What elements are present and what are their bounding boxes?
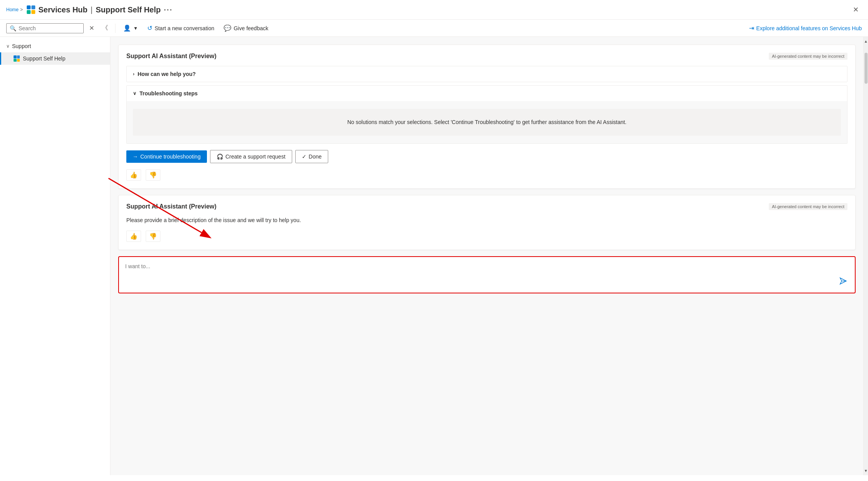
content-wrapper: Support AI Assistant (Preview) AI-genera… [110, 37, 868, 475]
no-solutions-message: No solutions match your selections. Sele… [133, 109, 841, 136]
checkmark-icon: ✓ [302, 153, 307, 160]
create-support-request-button[interactable]: 🎧 Create a support request [210, 150, 292, 163]
send-button[interactable] [838, 276, 849, 286]
accordion-collapsed-icon: › [133, 71, 134, 77]
scroll-thumb[interactable] [865, 53, 868, 84]
done-label: Done [309, 153, 322, 160]
app-name: Services Hub [38, 5, 88, 14]
thumbs-up-button-1[interactable]: 👍 [126, 169, 141, 181]
clear-search-button[interactable]: ✕ [87, 24, 96, 33]
scroll-up-button[interactable]: ▲ [864, 38, 868, 45]
new-conversation-button[interactable]: ↺ Start a new conversation [144, 23, 217, 33]
breadcrumb-separator: > [20, 7, 23, 12]
card-2-ai-badge: AI-generated content may be incorrect [769, 203, 847, 210]
feedback-icon: 💬 [224, 24, 231, 32]
card-2-title: Support AI Assistant (Preview) [126, 203, 217, 210]
support-self-help-icon [14, 55, 20, 62]
sidebar-item-label: Support Self Help [23, 55, 65, 62]
close-button[interactable]: ✕ [850, 4, 862, 16]
card-2-feedback: 👍 👎 [126, 231, 847, 242]
toolbar: 🔍 ✕ 《 👤 ▼ ↺ Start a new conversation 💬 G… [0, 20, 868, 37]
message-input[interactable] [125, 263, 835, 286]
input-area [125, 263, 849, 286]
card-1-ai-badge: AI-generated content may be incorrect [769, 53, 847, 60]
breadcrumb: Home > [6, 7, 23, 12]
troubleshooting-label: Troubleshooting steps [140, 90, 198, 97]
scroll-down-button[interactable]: ▼ [864, 467, 868, 474]
how-can-we-help-accordion: › How can we help you? [126, 66, 847, 82]
ai-assistant-card-2: Support AI Assistant (Preview) AI-genera… [118, 195, 856, 250]
sidebar-group-support[interactable]: ∨ Support [0, 40, 110, 52]
content-area: Support AI Assistant (Preview) AI-genera… [110, 37, 863, 475]
give-feedback-label: Give feedback [234, 25, 269, 31]
accordion-expanded-icon: ∨ [133, 91, 136, 96]
search-input[interactable] [19, 25, 73, 31]
waffle-icon [27, 5, 35, 14]
thumbs-down-button-2[interactable]: 👎 [146, 231, 160, 242]
no-solutions-text: No solutions match your selections. Sele… [347, 119, 627, 125]
card-2-description: Please provide a brief description of th… [126, 216, 847, 224]
card-1-header: Support AI Assistant (Preview) AI-genera… [126, 53, 847, 60]
collapse-search-button[interactable]: 《 [100, 23, 110, 33]
troubleshooting-body: No solutions match your selections. Sele… [127, 101, 847, 143]
toolbar-right: ⇥ Explore additional features on Service… [749, 24, 862, 32]
input-card [118, 256, 856, 293]
create-support-request-label: Create a support request [226, 153, 286, 160]
done-button[interactable]: ✓ Done [295, 150, 328, 163]
refresh-icon: ↺ [147, 24, 152, 32]
arrow-right-icon: → [133, 153, 138, 160]
user-profile-button[interactable]: 👤 ▼ [120, 23, 141, 33]
explore-icon: ⇥ [749, 24, 754, 32]
sidebar-section: ∨ Support Support Self Help [0, 37, 110, 68]
right-scrollbar: ▲ ▼ [863, 37, 868, 475]
more-options-btn[interactable]: ··· [164, 5, 173, 14]
user-dropdown-icon: ▼ [133, 26, 138, 31]
sidebar-chevron-icon: ∨ [6, 43, 10, 49]
card-2-header: Support AI Assistant (Preview) AI-genera… [126, 203, 847, 210]
card-1-feedback: 👍 👎 [126, 169, 847, 181]
title-section: Support Self Help [96, 5, 161, 14]
thumbs-down-button-1[interactable]: 👎 [146, 169, 160, 181]
toolbar-separator [115, 24, 115, 33]
how-can-we-help-header[interactable]: › How can we help you? [127, 66, 847, 82]
continue-troubleshooting-button[interactable]: → Continue troubleshooting [126, 150, 207, 163]
how-can-we-help-label: How can we help you? [138, 71, 196, 77]
troubleshooting-accordion: ∨ Troubleshooting steps No solutions mat… [126, 85, 847, 144]
app-title: Services Hub | Support Self Help ··· [27, 5, 172, 14]
main-layout: ∨ Support Support Self Help Support AI A… [0, 37, 868, 475]
search-box: 🔍 [6, 23, 84, 33]
continue-troubleshooting-label: Continue troubleshooting [140, 153, 201, 160]
breadcrumb-home[interactable]: Home [6, 7, 19, 12]
sidebar: ∨ Support Support Self Help [0, 37, 110, 475]
send-icon [839, 277, 847, 285]
title-divider: | [91, 5, 93, 14]
user-icon: 👤 [123, 24, 131, 32]
sidebar-group-label: Support [12, 43, 31, 49]
action-buttons: → Continue troubleshooting 🎧 Create a su… [126, 150, 847, 163]
search-icon: 🔍 [10, 25, 16, 31]
give-feedback-button[interactable]: 💬 Give feedback [220, 23, 272, 33]
sidebar-item-support-self-help[interactable]: Support Self Help [0, 52, 110, 65]
explore-link[interactable]: Explore additional features on Services … [756, 25, 862, 31]
headset-icon: 🎧 [217, 153, 223, 160]
title-bar: Home > Services Hub | Support Self Help … [0, 0, 868, 20]
thumbs-up-button-2[interactable]: 👍 [126, 231, 141, 242]
new-conversation-label: Start a new conversation [155, 25, 214, 31]
ai-assistant-card-1: Support AI Assistant (Preview) AI-genera… [118, 45, 856, 189]
troubleshooting-header[interactable]: ∨ Troubleshooting steps [127, 86, 847, 101]
card-1-title: Support AI Assistant (Preview) [126, 53, 217, 60]
